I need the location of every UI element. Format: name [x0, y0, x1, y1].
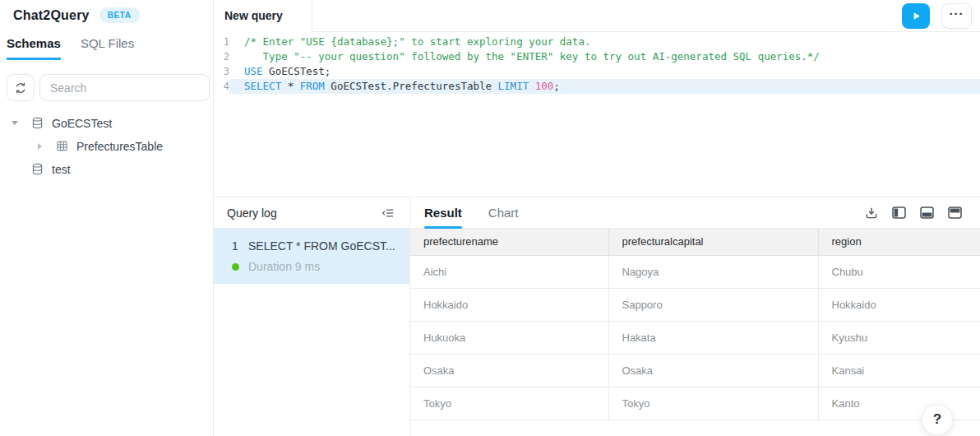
query-log-entry[interactable]: 1 SELECT * FROM GoECST... Duration 9 ms: [214, 229, 409, 284]
table-row[interactable]: Aichi Nagoya Chubu: [410, 255, 980, 288]
refresh-icon: [14, 81, 27, 95]
ellipsis-icon: ···: [950, 7, 964, 21]
sql-editor[interactable]: 1 /* Enter "USE {database};" to start ex…: [214, 32, 980, 197]
table-cell[interactable]: Hokkaido: [818, 288, 980, 321]
tree-item-prefecturestable[interactable]: PrefecturesTable: [0, 135, 213, 157]
schema-search-row: [0, 60, 213, 101]
beta-badge: BETA: [99, 7, 140, 23]
table-row[interactable]: Hukuoka Hakata Kyushu: [410, 321, 980, 354]
refresh-button[interactable]: [7, 74, 35, 101]
caret-down-icon[interactable]: [10, 121, 20, 125]
tree-item-test[interactable]: test: [0, 158, 213, 180]
layout-left-icon: [892, 206, 906, 219]
tree-item-label: GoECSTest: [52, 117, 112, 130]
status-cell: [230, 263, 240, 271]
code-token: SELECT: [244, 80, 281, 92]
code-token: GoECSTest;: [263, 65, 331, 77]
database-icon: [31, 117, 44, 129]
layout-top-icon: [948, 206, 962, 219]
table-cell[interactable]: Nagoya: [608, 255, 818, 288]
line-number: 2: [214, 49, 229, 64]
help-button[interactable]: ?: [922, 404, 953, 435]
code-token: [529, 80, 535, 92]
tab-sql-files[interactable]: SQL Files: [81, 36, 134, 60]
code-token: LIMIT: [498, 80, 529, 92]
app-header: Chat2Query BETA: [0, 0, 213, 23]
question-icon: ?: [933, 411, 941, 428]
menu-fold-icon: [381, 206, 395, 220]
table-cell[interactable]: Hukuoka: [410, 321, 608, 354]
tab-result[interactable]: Result: [424, 197, 462, 229]
line-number: 1: [214, 35, 229, 49]
sidebar-tabs: Schemas SQL Files: [0, 23, 213, 60]
query-log-panel: Query log 1 SELECT * FROM GoECST...: [214, 197, 410, 436]
code-token: FROM: [300, 80, 325, 92]
table-icon: [56, 140, 68, 152]
layout-left-button[interactable]: [890, 205, 908, 220]
download-icon: [865, 206, 878, 220]
bottom-panels: Query log 1 SELECT * FROM GoECST...: [214, 197, 980, 436]
tab-chart[interactable]: Chart: [488, 197, 519, 229]
play-icon: [911, 11, 922, 21]
line-number: 4: [214, 79, 229, 94]
success-dot-icon: [232, 263, 239, 271]
table-header-row: prefecturename prefecturalcapital region: [410, 229, 980, 255]
code-token: ;: [553, 80, 560, 92]
table-row[interactable]: Osaka Osaka Kansai: [410, 354, 980, 387]
tree-item-label: PrefecturesTable: [76, 140, 163, 153]
layout-top-button[interactable]: [946, 205, 964, 220]
table-cell[interactable]: Chubu: [818, 255, 980, 288]
editor-line[interactable]: 1 /* Enter "USE {database};" to start ex…: [214, 35, 980, 49]
caret-right-icon[interactable]: [35, 143, 44, 150]
editor-line-active[interactable]: 4 SELECT * FROM GoECSTest.PrefecturesTab…: [214, 79, 980, 94]
more-options-button[interactable]: ···: [941, 3, 972, 29]
code-token: /* Enter "USE {database};" to start expl…: [244, 35, 590, 48]
sidebar: Chat2Query BETA Schemas SQL Files: [0, 0, 214, 436]
table-cell[interactable]: Kyushu: [818, 321, 980, 354]
table-cell[interactable]: Kansai: [818, 354, 980, 387]
schema-tree: GoECSTest PrefecturesTable: [0, 112, 213, 180]
column-header: region: [818, 229, 980, 255]
download-button[interactable]: [863, 205, 880, 221]
tab-new-query[interactable]: New query: [214, 0, 312, 32]
query-log-index: 1: [230, 239, 240, 253]
column-header: prefecturename: [410, 229, 608, 255]
table-cell[interactable]: Sapporo: [608, 288, 818, 321]
table-row[interactable]: Hokkaido Sapporo Hokkaido: [410, 288, 980, 321]
line-number: 3: [214, 64, 229, 79]
table-cell[interactable]: Hokkaido: [410, 288, 608, 321]
result-toolbar: [863, 205, 964, 221]
result-header: Result Chart: [410, 197, 980, 229]
layout-bottom-icon: [920, 206, 934, 219]
code-token: USE: [244, 65, 263, 77]
editor-line[interactable]: 2 Type "-- your question" followed by th…: [214, 49, 980, 64]
table-cell[interactable]: Tokyo: [410, 387, 608, 420]
table-cell[interactable]: Osaka: [608, 354, 818, 387]
run-query-button[interactable]: [902, 3, 930, 29]
table-cell[interactable]: Osaka: [410, 354, 608, 387]
query-log-title: Query log: [227, 206, 277, 220]
result-table: prefecturename prefecturalcapital region…: [410, 229, 980, 420]
query-log-header: Query log: [214, 197, 409, 229]
table-cell[interactable]: Aichi: [410, 255, 608, 288]
result-panel: Result Chart: [410, 197, 980, 436]
table-cell[interactable]: Tokyo: [608, 387, 818, 420]
table-row[interactable]: Tokyo Tokyo Kanto: [410, 387, 980, 420]
search-input[interactable]: [39, 74, 210, 101]
database-icon: [31, 163, 44, 175]
query-log-status-row: Duration 9 ms: [230, 260, 398, 273]
table-cell[interactable]: Kanto: [818, 387, 980, 420]
code-token: Type "-- your question" followed by the …: [244, 50, 820, 63]
code-token: GoECSTest.PrefecturesTable: [325, 80, 498, 92]
layout-bottom-button[interactable]: [918, 205, 936, 220]
code-token: *: [281, 80, 300, 92]
query-log-sql: SELECT * FROM GoECST...: [248, 239, 395, 253]
table-cell[interactable]: Hakata: [608, 321, 818, 354]
tree-item-goecstest[interactable]: GoECSTest: [0, 112, 213, 134]
app-title: Chat2Query: [13, 8, 90, 23]
editor-line[interactable]: 3 USE GoECSTest;: [214, 64, 980, 79]
tab-schemas[interactable]: Schemas: [7, 36, 61, 60]
query-log-sql-row: 1 SELECT * FROM GoECST...: [230, 239, 398, 253]
tree-item-label: test: [52, 163, 71, 176]
collapse-log-button[interactable]: [380, 205, 396, 221]
